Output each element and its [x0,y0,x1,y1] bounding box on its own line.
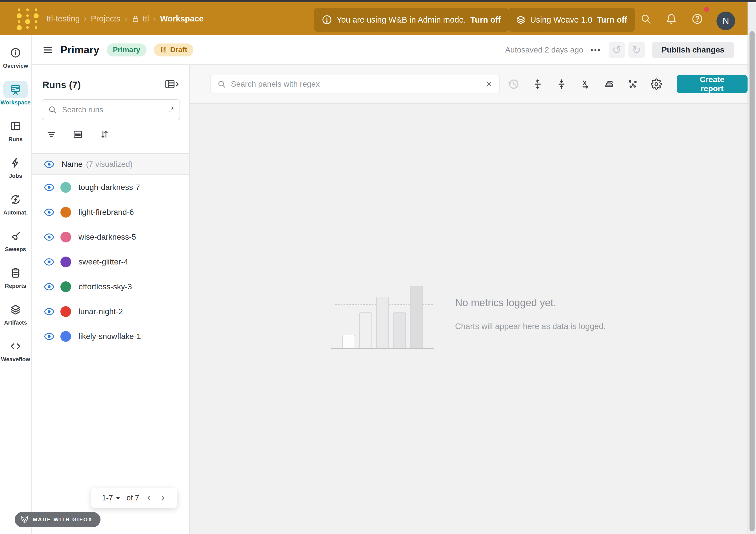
automations-icon [3,191,28,208]
create-report-button[interactable]: Create report [677,75,747,93]
chart-bar [342,335,355,349]
gifox-badge[interactable]: MADE WITH GIFOX [15,512,100,527]
run-color-dot [60,331,71,342]
breadcrumb-entity[interactable]: ttl-testing [46,14,80,23]
visibility-eye-icon[interactable] [44,208,54,216]
run-name: light-firebrand-6 [78,208,134,217]
visibility-eye-icon[interactable] [44,258,54,266]
badge-label: Primary [113,45,140,54]
run-row[interactable]: effortless-sky-3 [32,274,189,299]
workspace-main: Create report No metrics logged yet. Cha… [190,65,747,534]
run-name: tough-darkness-7 [78,183,140,192]
clipboard-icon [3,264,28,282]
run-color-dot [60,256,71,267]
sidebar-item-label: Weaveflow [1,356,30,363]
workspace-icon [3,81,28,98]
sidebar-item-sweeps[interactable]: Sweeps [0,222,31,258]
breadcrumb-projects[interactable]: Projects [91,14,121,23]
list-settings-icon[interactable] [73,129,83,140]
runs-search-input[interactable] [62,105,169,115]
breadcrumb-separator: › [84,14,87,23]
visibility-eye-icon[interactable] [44,183,54,191]
page-range-dropdown[interactable]: 1-7 [102,494,120,502]
bell-icon[interactable] [666,2,677,35]
page-total-label: of 7 [126,494,139,502]
sidebar-item-artifacts[interactable]: Artifacts [0,295,31,332]
visibility-eye-icon[interactable] [44,283,54,291]
badge-label: Draft [170,45,187,54]
previous-page-icon[interactable] [146,494,153,501]
run-row[interactable]: likely-snowflake-1 [32,324,189,349]
sidebar-item-jobs[interactable]: Jobs [0,148,31,185]
collapse-rows-icon[interactable] [556,78,567,90]
info-icon [3,44,28,62]
weave-banner: Using Weave 1.0 Turn off [508,8,635,32]
admin-turn-off-button[interactable]: Turn off [470,15,500,25]
run-row[interactable]: wise-darkness-5 [32,225,189,250]
menu-icon[interactable] [42,45,53,55]
visibility-eye-icon[interactable] [44,233,54,241]
wandb-logo[interactable] [16,7,39,31]
visibility-eye-icon[interactable] [44,307,54,315]
sidebar-item-label: Workspace [1,99,31,106]
search-icon[interactable] [640,2,652,35]
run-row[interactable]: sweet-glitter-4 [32,250,189,274]
runs-column-header: Name (7 visualized) [32,153,189,175]
admin-mode-message: You are using W&B in Admin mode. [337,15,466,25]
chart-bar [359,312,372,349]
breadcrumb-project[interactable]: ttl [131,14,149,23]
redo-icon[interactable]: ↻ [628,42,645,58]
sort-icon[interactable] [99,129,110,140]
filter-icon[interactable] [46,129,56,140]
smoothing-icon[interactable] [603,78,614,90]
page-range-label: 1-7 [102,494,113,502]
code-icon [3,337,28,355]
next-page-icon[interactable] [159,494,166,501]
run-row[interactable]: lunar-night-2 [32,299,189,324]
overflow-menu-icon[interactable]: ••• [591,46,601,54]
close-icon[interactable] [485,80,493,88]
gear-icon[interactable] [651,78,662,90]
sidebar-item-label: Automat. [3,209,28,216]
left-sidebar: Overview Workspace Runs Jobs Automat. Sw… [0,35,32,534]
empty-state-chart [335,285,433,349]
breadcrumb-separator: › [153,14,156,23]
sidebar-item-runs[interactable]: Runs [0,112,31,148]
runs-table-expand-icon[interactable] [165,78,179,91]
outliers-icon[interactable] [627,78,638,90]
run-color-dot [60,306,71,317]
run-row[interactable]: tough-darkness-7 [32,175,189,200]
sidebar-item-workspace[interactable]: Workspace [0,75,31,112]
avatar[interactable]: N [716,12,735,30]
history-icon[interactable] [507,78,520,90]
x-axis-icon[interactable] [580,78,591,90]
runs-panel-title: Runs (7) [42,79,81,90]
layers-icon [3,301,28,318]
sidebar-item-reports[interactable]: Reports [0,258,31,295]
sidebar-item-label: Runs [9,136,23,143]
undo-icon[interactable]: ↺ [608,42,625,58]
status-badge-draft: Draft [154,43,194,56]
scrollbar-thumb[interactable] [749,31,755,531]
weave-turn-off-button[interactable]: Turn off [597,15,627,25]
sidebar-item-weaveflow[interactable]: Weaveflow [0,332,31,368]
sidebar-item-label: Artifacts [4,319,27,326]
run-name: effortless-sky-3 [78,282,132,291]
visibility-eye-icon[interactable] [44,333,54,340]
logo-dots-column [16,7,22,31]
panel-search-input[interactable] [230,79,485,89]
page-title: Primary [60,44,99,56]
broom-icon [3,227,28,245]
draft-icon [160,46,167,54]
run-row[interactable]: light-firebrand-6 [32,200,189,225]
publish-changes-button[interactable]: Publish changes [652,42,734,58]
visualized-count: (7 visualized) [86,160,133,169]
help-icon[interactable] [692,2,703,35]
sidebar-item-overview[interactable]: Overview [0,38,31,75]
expand-rows-icon[interactable] [532,78,543,90]
fox-icon [20,515,29,524]
sidebar-item-automations[interactable]: Automat. [0,185,31,222]
regex-toggle[interactable]: .* [169,106,174,114]
run-color-dot [60,207,71,218]
visibility-eye-icon[interactable] [44,160,54,168]
